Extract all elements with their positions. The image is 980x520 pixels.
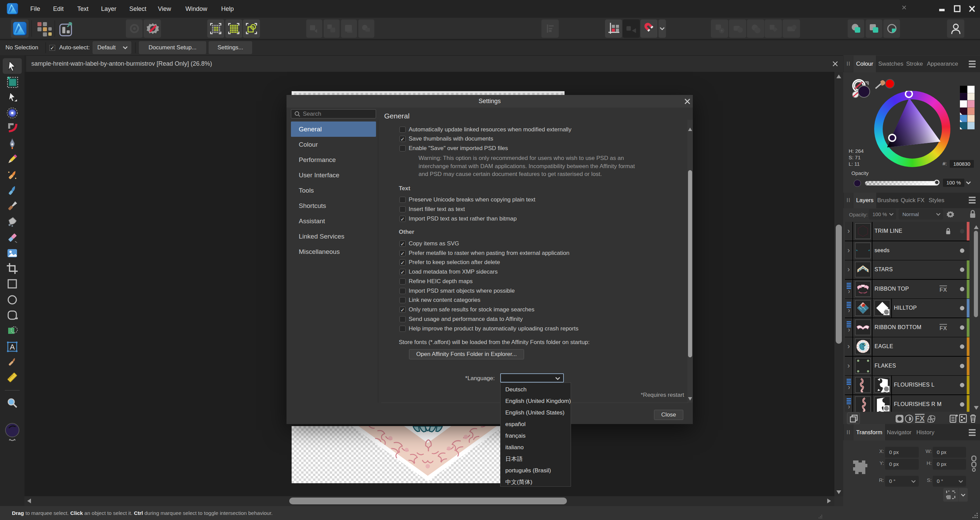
svg-text:A: A <box>10 343 15 351</box>
